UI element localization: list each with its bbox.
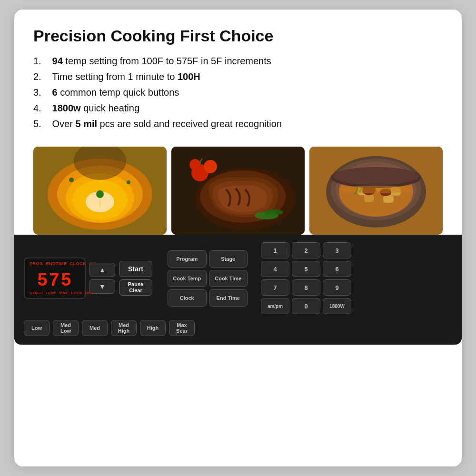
feature-4-num: 4. — [33, 103, 50, 114]
numpad-3[interactable]: 3 — [323, 242, 351, 258]
arrow-down-icon: ▼ — [99, 283, 106, 290]
pause-clear-button[interactable]: PauseClear — [119, 279, 152, 296]
numpad-9[interactable]: 9 — [323, 279, 351, 296]
max-sear-button[interactable]: MaxSear — [169, 320, 195, 336]
svg-point-15 — [189, 159, 201, 170]
display-main-value: 575 — [30, 272, 80, 290]
display-box: PROG ENDTIME CLOCK AM PM 575 STAGE TEMP … — [24, 258, 86, 299]
feature-4-text: 1800w quick heating — [50, 103, 139, 114]
end-time-button[interactable]: End Time — [209, 289, 248, 307]
arrow-down-button[interactable]: ▼ — [89, 279, 115, 294]
feature-2-text: Time setting from 1 minute to 100H — [50, 71, 200, 82]
start-pause-group: Start PauseClear — [119, 261, 152, 296]
high-button[interactable]: High — [140, 320, 166, 336]
display-bottom-labels: STAGE TEMP TIME LOCK 1800W — [30, 291, 80, 295]
svg-point-32 — [339, 186, 413, 193]
food-images-row — [33, 147, 443, 235]
display-top-labels: PROG ENDTIME CLOCK AM PM — [30, 261, 80, 271]
svg-point-8 — [127, 180, 130, 184]
display-clock-label: CLOCK — [70, 261, 87, 271]
start-button[interactable]: Start — [119, 261, 152, 277]
svg-point-31 — [333, 168, 419, 185]
numpad-4[interactable]: 4 — [261, 261, 289, 277]
display-endtime-label: ENDTIME — [46, 261, 67, 271]
display-prog-label: PROG — [30, 261, 43, 271]
numpad-7[interactable]: 7 — [261, 279, 289, 296]
cook-temp-label: Cook Temp — [173, 276, 201, 281]
end-time-label: End Time — [217, 295, 240, 301]
numpad-8[interactable]: 8 — [292, 279, 320, 296]
feature-2: 2. Time setting from 1 minute to 100H — [33, 71, 443, 82]
page-title: Precision Cooking First Choice — [33, 27, 443, 45]
steak-image — [171, 147, 305, 235]
feature-5: 5. Over 5 mil pcs are sold and received … — [33, 119, 443, 129]
feature-5-num: 5. — [33, 119, 50, 129]
med-button[interactable]: Med — [82, 320, 108, 336]
svg-point-14 — [204, 160, 217, 173]
display-temp-label: TEMP — [45, 291, 56, 295]
low-button[interactable]: Low — [24, 320, 50, 336]
feature-1-num: 1. — [33, 56, 50, 67]
clock-button[interactable]: Clock — [168, 289, 207, 307]
arrow-up-button[interactable]: ▲ — [89, 263, 115, 277]
numpad-2[interactable]: 2 — [292, 242, 320, 258]
temp-buttons-row: Low MedLow Med MedHigh High MaxSear — [24, 320, 452, 336]
feature-1-text: 94 temp setting from 100F to 575F in 5F … — [50, 56, 271, 67]
control-panel: PROG ENDTIME CLOCK AM PM 575 STAGE TEMP … — [14, 235, 462, 345]
stew-image — [309, 147, 443, 235]
display-lock-label: LOCK — [71, 291, 82, 295]
stage-button[interactable]: Stage — [209, 250, 248, 268]
display-stage-label: STAGE — [30, 291, 43, 295]
feature-1: 1. 94 temp setting from 100F to 575F in … — [33, 56, 443, 67]
numpad-1800w[interactable]: 1800W — [323, 298, 351, 314]
svg-rect-26 — [364, 194, 374, 202]
features-list: 1. 94 temp setting from 100F to 575F in … — [33, 56, 443, 134]
svg-rect-27 — [383, 195, 394, 203]
display-time-label: TIME — [59, 291, 69, 295]
feature-3: 3. 6 common temp quick buttons — [33, 87, 443, 98]
feature-4: 4. 1800w quick heating — [33, 103, 443, 114]
feature-3-text: 6 common temp quick buttons — [50, 87, 179, 98]
arrow-up-icon: ▲ — [99, 266, 106, 274]
numpad-6[interactable]: 6 — [323, 261, 351, 277]
svg-point-17 — [264, 209, 283, 215]
numpad: 1 2 3 4 5 6 7 8 9 am/pm 0 1800W — [261, 242, 351, 314]
feature-3-num: 3. — [33, 87, 50, 98]
program-button[interactable]: Program — [168, 250, 207, 268]
feature-2-num: 2. — [33, 71, 50, 82]
numpad-0[interactable]: 0 — [292, 298, 320, 314]
panel-top-row: PROG ENDTIME CLOCK AM PM 575 STAGE TEMP … — [24, 242, 452, 314]
product-card: Precision Cooking First Choice 1. 94 tem… — [14, 10, 462, 466]
med-low-button[interactable]: MedLow — [53, 320, 79, 336]
med-high-button[interactable]: MedHigh — [111, 320, 137, 336]
svg-point-7 — [69, 178, 74, 182]
soup-image — [33, 147, 167, 235]
cook-time-label: Cook Time — [215, 276, 241, 281]
function-buttons-grid: Program Stage Cook Temp Cook Time Clock … — [168, 250, 248, 307]
pause-clear-label: PauseClear — [128, 281, 143, 294]
arrow-group: ▲ ▼ — [89, 263, 115, 294]
cook-temp-button[interactable]: Cook Temp — [168, 270, 207, 287]
svg-point-6 — [96, 190, 104, 198]
numpad-1[interactable]: 1 — [261, 242, 289, 258]
numpad-5[interactable]: 5 — [292, 261, 320, 277]
numpad-ampm[interactable]: am/pm — [261, 298, 289, 314]
cook-time-button[interactable]: Cook Time — [209, 270, 248, 287]
feature-5-text: Over 5 mil pcs are sold and received gre… — [50, 119, 282, 129]
